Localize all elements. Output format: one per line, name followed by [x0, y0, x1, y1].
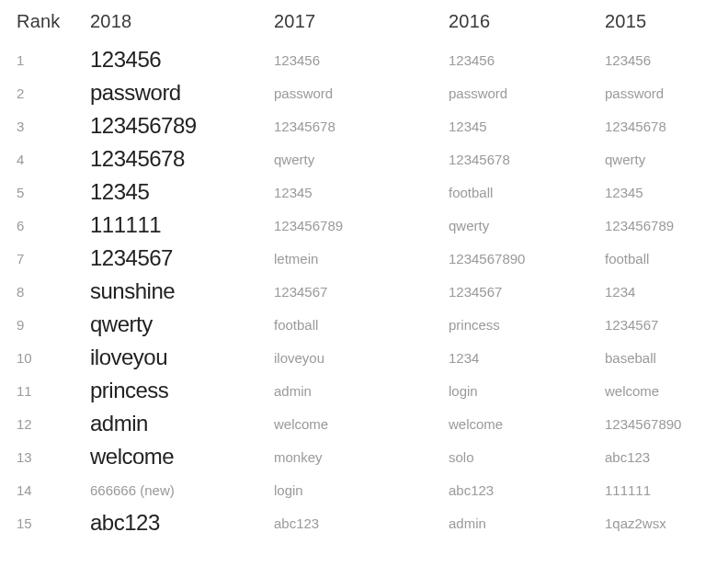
cell-rank: 15	[17, 506, 90, 539]
cell-rank: 14	[17, 473, 90, 506]
cell-c2016: welcome	[449, 407, 605, 440]
cell-c2017: 12345	[274, 175, 449, 209]
cell-c2017: welcome	[274, 407, 449, 440]
cell-c2015: password	[605, 76, 728, 109]
cell-c2016: 1234567	[449, 275, 605, 308]
cell-c2016: login	[449, 374, 605, 407]
cell-c2015: 12345678	[605, 109, 728, 142]
cell-c2017: abc123	[274, 506, 449, 539]
cell-c2017: admin	[274, 374, 449, 407]
cell-c2015: 123456789	[605, 209, 728, 242]
cell-c2018: password	[90, 76, 274, 109]
cell-c2017: qwerty	[274, 142, 449, 175]
cell-c2017: 1234567	[274, 275, 449, 308]
cell-rank: 5	[17, 175, 90, 209]
cell-c2015: 1234	[605, 275, 728, 308]
cell-c2017: monkey	[274, 440, 449, 473]
cell-rank: 4	[17, 142, 90, 175]
cell-rank: 2	[17, 76, 90, 109]
cell-c2015: welcome	[605, 374, 728, 407]
cell-c2017: football	[274, 308, 449, 341]
cell-rank: 7	[17, 242, 90, 275]
header-2017: 2017	[274, 11, 449, 43]
cell-c2016: solo	[449, 440, 605, 473]
cell-c2015: 12345	[605, 175, 728, 209]
cell-c2016: 1234	[449, 341, 605, 374]
password-table: Rank 2018 2017 2016 2015 112345612345612…	[17, 11, 711, 539]
cell-c2016: 12345	[449, 109, 605, 142]
cell-c2016: 1234567890	[449, 242, 605, 275]
cell-c2017: letmein	[274, 242, 449, 275]
cell-c2016: password	[449, 76, 605, 109]
cell-rank: 9	[17, 308, 90, 341]
header-rank: Rank	[17, 11, 90, 43]
cell-c2016: qwerty	[449, 209, 605, 242]
cell-c2018: 123456789	[90, 109, 274, 142]
cell-c2016: 123456	[449, 43, 605, 76]
cell-rank: 3	[17, 109, 90, 142]
cell-rank: 12	[17, 407, 90, 440]
cell-c2017: login	[274, 473, 449, 506]
cell-c2018: 111111	[90, 209, 274, 242]
cell-rank: 10	[17, 341, 90, 374]
cell-rank: 11	[17, 374, 90, 407]
cell-c2015: baseball	[605, 341, 728, 374]
cell-c2015: 1234567	[605, 308, 728, 341]
cell-c2015: 1234567890	[605, 407, 728, 440]
cell-c2018: admin	[90, 407, 274, 440]
cell-c2015: qwerty	[605, 142, 728, 175]
cell-c2018: 1234567	[90, 242, 274, 275]
cell-rank: 8	[17, 275, 90, 308]
cell-c2016: abc123	[449, 473, 605, 506]
cell-c2018: iloveyou	[90, 341, 274, 374]
cell-c2018: sunshine	[90, 275, 274, 308]
cell-c2015: 1qaz2wsx	[605, 506, 728, 539]
cell-c2017: iloveyou	[274, 341, 449, 374]
cell-c2015: 123456	[605, 43, 728, 76]
cell-c2017: 12345678	[274, 109, 449, 142]
cell-c2018: abc123	[90, 506, 274, 539]
header-2016: 2016	[449, 11, 605, 43]
cell-c2016: admin	[449, 506, 605, 539]
header-2015: 2015	[605, 11, 728, 43]
cell-rank: 13	[17, 440, 90, 473]
cell-rank: 1	[17, 43, 90, 76]
cell-c2018: qwerty	[90, 308, 274, 341]
cell-c2018: 12345678	[90, 142, 274, 175]
cell-c2015: football	[605, 242, 728, 275]
cell-c2017: 123456789	[274, 209, 449, 242]
cell-c2018: 123456	[90, 43, 274, 76]
cell-c2016: football	[449, 175, 605, 209]
cell-c2017: password	[274, 76, 449, 109]
header-2018: 2018	[90, 11, 274, 43]
cell-c2017: 123456	[274, 43, 449, 76]
cell-c2015: abc123	[605, 440, 728, 473]
cell-c2016: princess	[449, 308, 605, 341]
cell-rank: 6	[17, 209, 90, 242]
cell-c2018: 12345	[90, 175, 274, 209]
cell-c2016: 12345678	[449, 142, 605, 175]
cell-c2015: 111111	[605, 473, 728, 506]
cell-c2018: 666666 (new)	[90, 473, 274, 506]
cell-c2018: princess	[90, 374, 274, 407]
cell-c2018: welcome	[90, 440, 274, 473]
